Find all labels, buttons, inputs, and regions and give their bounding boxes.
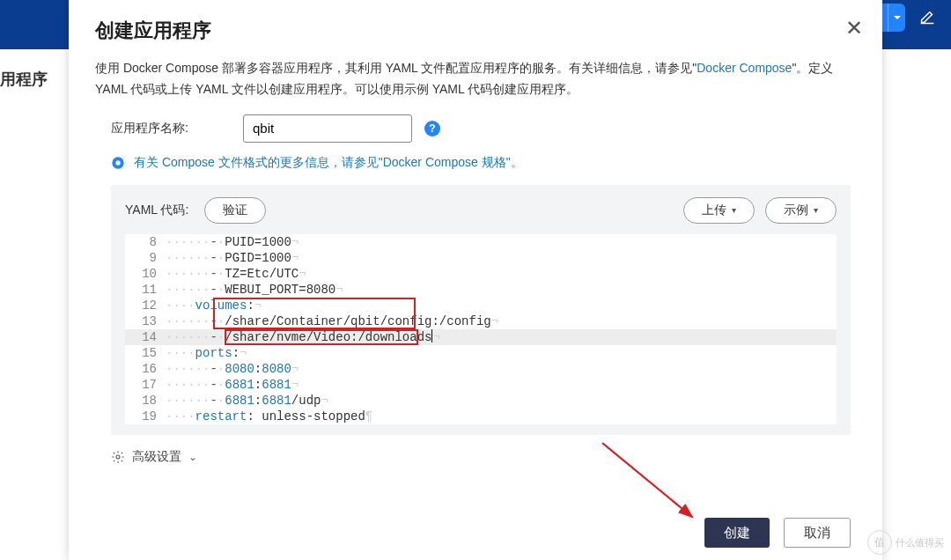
create-app-modal: ✕ 创建应用程序 使用 Docker Compose 部署多容器应用程序，其利用… bbox=[69, 0, 882, 560]
modal-title: 创建应用程序 bbox=[95, 18, 851, 44]
compose-info-row: 有关 Compose 文件格式的更多信息，请参见"Docker Compose … bbox=[111, 155, 851, 171]
desc-text: 使用 Docker Compose 部署多容器应用程序，其利用 YAML 文件配… bbox=[95, 61, 697, 75]
svg-point-2 bbox=[116, 455, 120, 459]
modal-footer: 创建 取消 bbox=[704, 518, 851, 548]
yaml-section: YAML 代码: 验证 上传▾ 示例▾ 8······-·PUID=1000¬9… bbox=[111, 185, 851, 435]
upload-button[interactable]: 上传▾ bbox=[683, 197, 755, 224]
editor-line[interactable]: 13······-·/share/Container/qbit/config:/… bbox=[125, 313, 837, 329]
app-name-label: 应用程序名称: bbox=[111, 121, 243, 136]
editor-line[interactable]: 17······-·6881:6881¬ bbox=[125, 377, 837, 393]
editor-line[interactable]: 15····ports:¬ bbox=[125, 345, 837, 361]
editor-line[interactable]: 14······-·/share/nvme/Video:/downloads¬ bbox=[125, 329, 837, 345]
docker-compose-link[interactable]: Docker Compose bbox=[697, 61, 792, 75]
modal-description: 使用 Docker Compose 部署多容器应用程序，其利用 YAML 文件配… bbox=[95, 58, 851, 100]
editor-line[interactable]: 10······-·TZ=Etc/UTC¬ bbox=[125, 266, 837, 282]
cancel-button[interactable]: 取消 bbox=[784, 518, 851, 548]
pin-icon bbox=[111, 156, 125, 170]
edit-icon[interactable] bbox=[918, 9, 937, 31]
bg-side-text: 用程序 bbox=[0, 69, 48, 90]
close-icon[interactable]: ✕ bbox=[845, 18, 863, 39]
app-name-row: 应用程序名称: ? bbox=[111, 114, 851, 143]
editor-line[interactable]: 11······-·WEBUI_PORT=8080¬ bbox=[125, 282, 837, 298]
watermark: 值 什么值得买 bbox=[867, 530, 944, 555]
help-icon[interactable]: ? bbox=[424, 121, 440, 136]
create-button[interactable]: 创建 bbox=[704, 518, 770, 548]
caret-down-icon: ▾ bbox=[732, 205, 736, 215]
example-button[interactable]: 示例▾ bbox=[765, 197, 837, 224]
compose-spec-link[interactable]: Docker Compose 规格 bbox=[383, 155, 506, 169]
advanced-label: 高级设置 bbox=[132, 449, 181, 465]
editor-line[interactable]: 9······-·PGID=1000¬ bbox=[125, 250, 837, 266]
editor-line[interactable]: 12····volumes:¬ bbox=[125, 298, 837, 313]
yaml-editor[interactable]: 8······-·PUID=1000¬9······-·PGID=1000¬10… bbox=[125, 234, 837, 424]
editor-line[interactable]: 19····restart: unless-stopped¶ bbox=[125, 409, 837, 424]
editor-line[interactable]: 18······-·6881:6881/udp¬ bbox=[125, 393, 837, 409]
browse-dropdown[interactable] bbox=[888, 4, 905, 32]
caret-down-icon bbox=[893, 13, 902, 22]
validate-button[interactable]: 验证 bbox=[204, 197, 266, 224]
app-name-input[interactable] bbox=[243, 114, 412, 143]
caret-down-icon: ▾ bbox=[814, 205, 818, 215]
gear-icon bbox=[111, 450, 125, 464]
editor-line[interactable]: 16······-·8080:8080¬ bbox=[125, 361, 837, 377]
chevron-down-icon: ⌄ bbox=[188, 451, 197, 463]
svg-point-1 bbox=[115, 160, 120, 165]
info-text: 有关 Compose 文件格式的更多信息，请参见"Docker Compose … bbox=[134, 155, 523, 171]
yaml-label: YAML 代码: bbox=[125, 203, 188, 218]
advanced-settings-toggle[interactable]: 高级设置 ⌄ bbox=[111, 449, 851, 465]
editor-line[interactable]: 8······-·PUID=1000¬ bbox=[125, 234, 837, 250]
